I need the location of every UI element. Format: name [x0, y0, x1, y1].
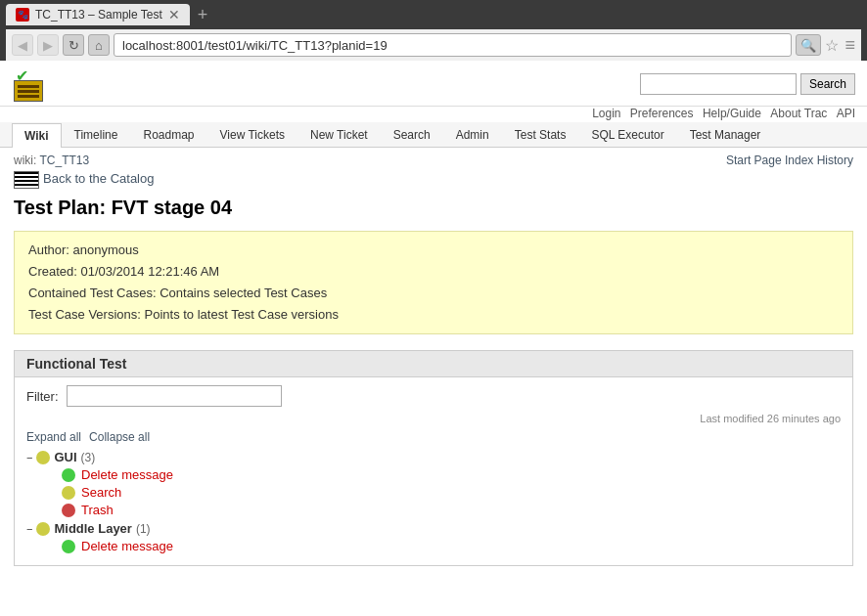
breadcrumb-page-link[interactable]: TC_TT13	[39, 154, 89, 167]
gui-toggle[interactable]: −	[26, 452, 32, 463]
tab-view-tickets[interactable]: View Tickets	[207, 122, 297, 147]
tab-test-manager[interactable]: Test Manager	[677, 122, 774, 147]
ml-delete-message-status	[62, 540, 75, 553]
test-tree: − GUI (3) Delete message Search	[26, 450, 841, 553]
history-link[interactable]: History	[817, 154, 853, 167]
trac-search-area: Search	[640, 73, 855, 95]
gui-status-icon	[36, 451, 50, 464]
tab-favicon: 🐾	[16, 8, 29, 22]
list-item: Search	[62, 485, 841, 500]
expand-collapse-controls: Expand all Collapse all	[26, 430, 841, 444]
middle-layer-items: Delete message	[62, 539, 841, 553]
search-status	[62, 486, 75, 500]
tab-title: TC_TT13 – Sample Test	[35, 8, 162, 22]
delete-message-status	[62, 468, 75, 482]
forward-button[interactable]: ▶	[37, 34, 59, 56]
tree-group-gui-header: − GUI (3)	[26, 450, 841, 464]
trac-search-input[interactable]	[640, 73, 797, 95]
trac-top-links: Login Preferences Help/Guide About Trac …	[0, 107, 867, 122]
page-title: Test Plan: FVT stage 04	[14, 197, 853, 219]
home-button[interactable]: ⌂	[88, 34, 110, 56]
expand-all-link[interactable]: Expand all	[26, 430, 81, 444]
breadcrumb: wiki: TC_TT13 Start Page Index History	[14, 154, 853, 167]
about-trac-link[interactable]: About Trac	[770, 107, 827, 120]
info-created: Created: 01/03/2014 12:21:46 AM	[28, 261, 839, 283]
trac-logo: ✔	[12, 66, 47, 102]
tab-roadmap[interactable]: Roadmap	[130, 122, 206, 147]
back-icon	[14, 171, 39, 189]
tree-group-gui: − GUI (3) Delete message Search	[26, 450, 841, 517]
filter-label: Filter:	[26, 389, 59, 404]
address-bar[interactable]	[114, 33, 792, 57]
filter-input[interactable]	[67, 385, 282, 407]
trac-search-button[interactable]: Search	[800, 73, 855, 95]
start-page-link[interactable]: Start Page	[726, 154, 782, 167]
trac-page-content: wiki: TC_TT13 Start Page Index History B…	[0, 148, 867, 579]
back-to-catalog-link[interactable]: Back to the Catalog	[14, 171, 853, 189]
info-box: Author: anonymous Created: 01/03/2014 12…	[14, 231, 853, 334]
tab-new-ticket[interactable]: New Ticket	[297, 122, 381, 147]
help-guide-link[interactable]: Help/Guide	[703, 107, 761, 120]
browser-tab[interactable]: 🐾 TC_TT13 – Sample Test ✕	[6, 4, 190, 25]
last-modified: Last modified 26 minutes ago	[26, 413, 841, 424]
browser-menu-button[interactable]: ≡	[844, 35, 855, 56]
tab-sql-executor[interactable]: SQL Executor	[578, 122, 676, 147]
tab-search[interactable]: Search	[381, 122, 443, 147]
info-author: Author: anonymous	[28, 240, 839, 261]
back-button[interactable]: ◀	[12, 34, 33, 56]
browser-search-button[interactable]: 🔍	[796, 34, 821, 56]
middle-layer-status-icon	[36, 522, 50, 536]
info-contained: Contained Test Cases: Contains selected …	[28, 283, 839, 304]
bookmark-star[interactable]: ☆	[825, 36, 839, 55]
index-link[interactable]: Index	[785, 154, 813, 167]
delete-message-link[interactable]: Delete message	[81, 467, 173, 482]
middle-layer-toggle[interactable]: −	[26, 523, 32, 535]
gui-label: GUI	[54, 450, 76, 464]
login-link[interactable]: Login	[592, 107, 620, 120]
middle-layer-label: Middle Layer	[54, 521, 131, 536]
filter-row: Filter:	[26, 385, 841, 407]
gui-count: (3)	[81, 451, 96, 464]
search-link[interactable]: Search	[81, 485, 121, 500]
tree-group-middle-layer: − Middle Layer (1) Delete message	[26, 521, 841, 553]
trac-nav: Wiki Timeline Roadmap View Tickets New T…	[0, 122, 867, 148]
reload-button[interactable]: ↻	[63, 34, 84, 56]
ml-delete-message-link[interactable]: Delete message	[81, 539, 173, 553]
breadcrumb-right: Start Page Index History	[726, 154, 853, 167]
list-item: Trash	[62, 503, 841, 517]
tab-timeline[interactable]: Timeline	[62, 122, 131, 147]
tab-test-stats[interactable]: Test Stats	[502, 122, 579, 147]
info-versions: Test Case Versions: Points to latest Tes…	[28, 304, 839, 326]
trac-header: ✔ Search	[0, 61, 867, 107]
api-link[interactable]: API	[837, 107, 855, 120]
list-item: Delete message	[62, 467, 841, 482]
tree-group-middle-layer-header: − Middle Layer (1)	[26, 521, 841, 536]
trac-content-area: ✔ Search Login Preferences Help/Guide Ab…	[0, 61, 867, 579]
tab-wiki[interactable]: Wiki	[12, 123, 62, 148]
breadcrumb-left: wiki: TC_TT13	[14, 154, 89, 167]
section-header: Functional Test	[14, 350, 853, 377]
section-body: Filter: Last modified 26 minutes ago Exp…	[14, 377, 853, 566]
trash-link[interactable]: Trash	[81, 503, 114, 517]
list-item: Delete message	[62, 539, 841, 553]
tab-close-button[interactable]: ✕	[168, 8, 180, 22]
preferences-link[interactable]: Preferences	[630, 107, 694, 120]
new-tab-button[interactable]: +	[198, 5, 208, 25]
middle-layer-count: (1)	[136, 522, 151, 536]
trac-logo-icon: ✔	[12, 66, 47, 102]
tab-admin[interactable]: Admin	[443, 122, 502, 147]
gui-items: Delete message Search Trash	[62, 467, 841, 517]
breadcrumb-prefix: wiki:	[14, 154, 36, 167]
collapse-all-link[interactable]: Collapse all	[89, 430, 150, 444]
trash-status	[62, 504, 75, 517]
